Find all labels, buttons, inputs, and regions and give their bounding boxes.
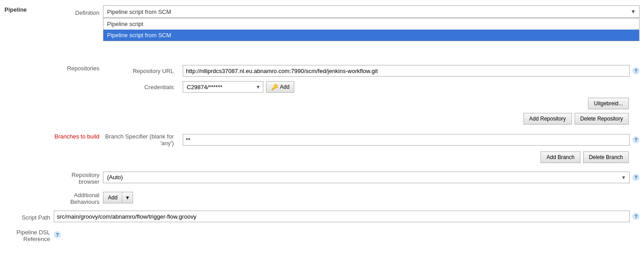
definition-row: Definition Pipeline script from SCM ▼ Pi… <box>54 5 640 18</box>
add-behaviour-split-button: Add ▼ <box>103 192 133 203</box>
pipeline-title: Pipeline <box>4 5 54 13</box>
add-credentials-button[interactable]: 🔑 Add <box>266 81 294 93</box>
repo-browser-row: Repository browser (Auto) ▼ ? <box>54 167 640 187</box>
credentials-row: Credentials C29874/****** ▼ 🔑 <box>103 79 640 95</box>
uitgebreid-button[interactable]: Uitgebreid... <box>588 98 629 109</box>
repositories-row: Repositories Repository URL ? C <box>54 60 640 129</box>
branch-specifier-help-icon[interactable]: ? <box>632 136 640 143</box>
branches-content: Branch Specifier (blank for 'any') ? Add… <box>103 131 640 165</box>
repo-url-label: Repository URL <box>103 68 179 74</box>
additional-behaviours-label: Additional Behaviours <box>54 190 103 205</box>
repo-url-row: Repository URL ? <box>103 63 640 79</box>
uitgebreid-row: Uitgebreid... <box>103 95 640 111</box>
pipeline-dsl-field: ? <box>54 231 640 238</box>
add-credentials-label: Add <box>280 84 289 90</box>
script-path-input[interactable] <box>54 211 630 222</box>
scm-content-area: Repositories Repository URL ? C <box>54 60 640 207</box>
branches-row: Branches to build Branch Specifier (blan… <box>54 129 640 167</box>
definition-option-pipeline-script-scm[interactable]: Pipeline script from SCM <box>103 30 639 41</box>
pipeline-section: Pipeline Definition Pipeline script from… <box>4 4 640 208</box>
pipeline-dsl-row: Pipeline DSL Reference ? <box>4 224 640 245</box>
branches-label: Branches to build <box>54 131 103 140</box>
script-path-help-icon[interactable]: ? <box>632 213 640 220</box>
repo-browser-select-wrapper: (Auto) ▼ <box>103 172 630 183</box>
additional-behaviours-row: Additional Behaviours Add ▼ <box>54 187 640 207</box>
script-path-field: ? <box>54 211 640 222</box>
definition-dropdown-popup: Pipeline script Pipeline script from SCM <box>103 18 640 41</box>
credentials-label: Credentials <box>103 84 179 91</box>
credentials-select-wrapper: C29874/****** ▼ <box>183 81 263 93</box>
definition-select-display[interactable]: Pipeline script from SCM <box>103 5 640 18</box>
branch-specifier-input[interactable] <box>183 134 630 146</box>
delete-repository-button[interactable]: Delete Repository <box>575 113 629 125</box>
pipeline-dsl-label: Pipeline DSL Reference <box>4 227 54 242</box>
repositories-content: Repository URL ? Credentials <box>103 63 640 126</box>
key-icon: 🔑 <box>271 84 278 91</box>
repo-url-input[interactable] <box>183 65 630 77</box>
definition-select-outer: Pipeline script from SCM ▼ <box>103 5 640 18</box>
additional-behaviours-field: Add ▼ <box>103 192 640 203</box>
definition-select-wrapper: Pipeline script from SCM ▼ Pipeline scri… <box>103 5 640 18</box>
definition-label: Definition <box>54 7 103 16</box>
branch-specifier-field: ? <box>183 134 640 146</box>
repositories-label: Repositories <box>54 63 103 72</box>
add-branch-button[interactable]: Add Branch <box>541 151 580 163</box>
branch-action-buttons-row: Add Branch Delete Branch <box>103 149 640 165</box>
repo-action-buttons-row: Add Repository Delete Repository <box>103 111 640 126</box>
branch-specifier-row: Branch Specifier (blank for 'any') ? <box>103 131 640 149</box>
repo-url-field: ? <box>183 65 640 77</box>
repo-browser-help-icon[interactable]: ? <box>632 174 640 181</box>
script-path-label: Script Path <box>4 212 54 221</box>
pipeline-content: Definition Pipeline script from SCM ▼ Pi… <box>54 5 640 207</box>
repo-browser-field: (Auto) ▼ ? <box>103 172 640 183</box>
repo-browser-label: Repository browser <box>54 169 103 185</box>
main-layout: Pipeline Definition Pipeline script from… <box>0 4 644 245</box>
branch-specifier-label: Branch Specifier (blank for 'any') <box>103 133 179 147</box>
credentials-select[interactable]: C29874/****** <box>183 81 263 93</box>
script-path-row: Script Path ? <box>4 208 640 224</box>
add-repository-button[interactable]: Add Repository <box>524 113 572 125</box>
definition-option-pipeline-script[interactable]: Pipeline script <box>103 18 639 30</box>
repo-browser-select[interactable]: (Auto) <box>103 172 630 183</box>
credentials-field: C29874/****** ▼ 🔑 Add <box>183 81 640 93</box>
pipeline-dsl-help-icon[interactable]: ? <box>54 231 61 238</box>
delete-branch-button[interactable]: Delete Branch <box>583 151 629 163</box>
repo-url-help-icon[interactable]: ? <box>632 67 640 74</box>
add-behaviour-arrow-button[interactable]: ▼ <box>122 192 133 203</box>
add-behaviour-main-button[interactable]: Add <box>103 192 122 203</box>
